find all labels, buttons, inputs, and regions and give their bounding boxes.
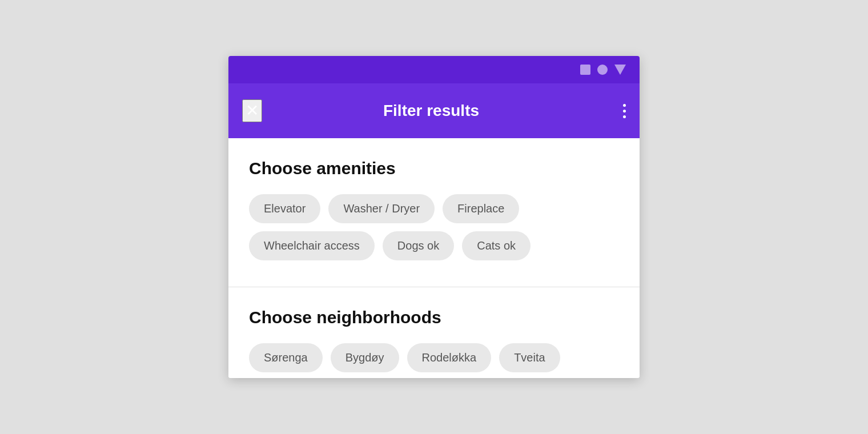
chip-bygdoy[interactable]: Bygdøy: [331, 343, 399, 372]
amenities-row-2: Wheelchair access Dogs ok Cats ok: [249, 231, 619, 260]
more-options-button[interactable]: [623, 104, 626, 118]
neighborhoods-section: Choose neighborhoods Sørenga Bygdøy Rode…: [228, 287, 640, 378]
amenities-title: Choose amenities: [249, 159, 619, 178]
chip-cats-ok[interactable]: Cats ok: [462, 231, 531, 260]
square-icon: [580, 65, 590, 75]
chip-tveita[interactable]: Tveita: [499, 343, 560, 372]
chip-sorenga[interactable]: Sørenga: [249, 343, 323, 372]
circle-icon: [597, 65, 608, 75]
phone-container: ✕ Filter results Choose amenities Elevat…: [228, 56, 640, 378]
page-title: Filter results: [276, 102, 586, 120]
chip-elevator[interactable]: Elevator: [249, 194, 320, 223]
close-button[interactable]: ✕: [242, 99, 262, 122]
triangle-icon: [614, 65, 626, 75]
neighborhoods-title: Choose neighborhoods: [249, 308, 619, 327]
amenities-row-1: Elevator Washer / Dryer Fireplace: [249, 194, 619, 223]
chip-washer-dryer[interactable]: Washer / Dryer: [328, 194, 435, 223]
content-area: Choose amenities Elevator Washer / Dryer…: [228, 138, 640, 378]
chip-fireplace[interactable]: Fireplace: [443, 194, 519, 223]
chip-dogs-ok[interactable]: Dogs ok: [383, 231, 454, 260]
status-bar: [228, 56, 640, 83]
app-bar: ✕ Filter results: [228, 83, 640, 138]
amenities-section: Choose amenities Elevator Washer / Dryer…: [228, 138, 640, 287]
chip-wheelchair-access[interactable]: Wheelchair access: [249, 231, 375, 260]
neighborhoods-chips-row: Sørenga Bygdøy Rodeløkka Tveita: [249, 343, 619, 378]
chip-rodeloekka[interactable]: Rodeløkka: [407, 343, 492, 372]
